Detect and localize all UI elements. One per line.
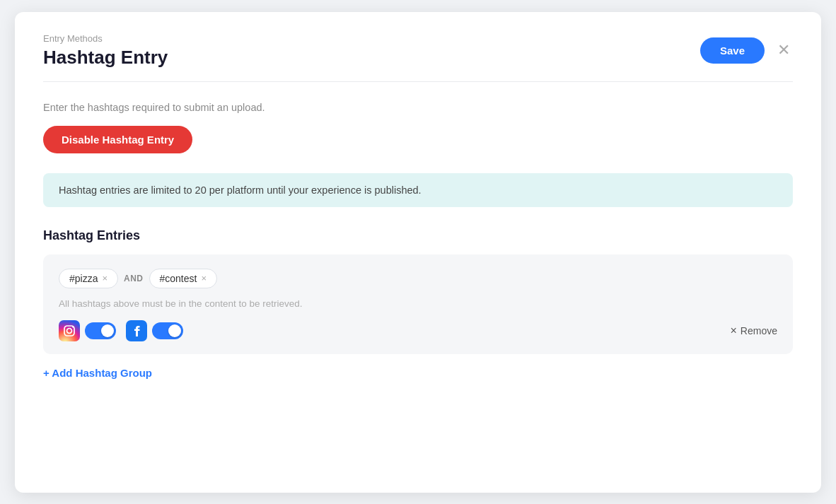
modal-container: Entry Methods Hashtag Entry Save ✕ Enter… xyxy=(15,12,821,493)
svg-rect-0 xyxy=(59,320,80,341)
header-actions: Save ✕ xyxy=(700,37,793,64)
disable-hashtag-entry-button[interactable]: Disable Hashtag Entry xyxy=(43,126,192,153)
add-hashtag-group-button[interactable]: + Add Hashtag Group xyxy=(43,367,152,379)
close-button[interactable]: ✕ xyxy=(774,41,793,59)
instagram-icon xyxy=(59,320,80,341)
remove-tag-contest-icon[interactable]: × xyxy=(201,273,207,283)
hashtag-hint: All hashtags above must be in the conten… xyxy=(59,298,777,309)
section-title: Hashtag Entries xyxy=(43,228,793,243)
hashtag-tags-row: #pizza × AND #contest × xyxy=(59,269,777,288)
and-label: AND xyxy=(124,274,143,283)
subtitle-text: Enter the hashtags required to submit an… xyxy=(43,102,793,113)
platforms-row: × Remove xyxy=(59,320,777,341)
platform-facebook xyxy=(126,320,183,341)
remove-label: Remove xyxy=(741,325,777,336)
breadcrumb: Entry Methods xyxy=(43,33,168,44)
modal-header: Entry Methods Hashtag Entry Save ✕ xyxy=(43,33,793,82)
instagram-toggle[interactable] xyxy=(85,322,116,339)
hashtag-tag-contest[interactable]: #contest × xyxy=(149,269,218,288)
title-group: Entry Methods Hashtag Entry xyxy=(43,33,168,69)
remove-x-icon: × xyxy=(731,324,737,337)
tag-label: #contest xyxy=(160,273,197,284)
facebook-icon xyxy=(126,320,147,341)
hashtag-group-card: #pizza × AND #contest × All hashtags abo… xyxy=(43,254,793,354)
info-banner: Hashtag entries are limited to 20 per pl… xyxy=(43,173,793,207)
remove-tag-pizza-icon[interactable]: × xyxy=(102,273,108,283)
svg-point-3 xyxy=(72,326,74,327)
page-title: Hashtag Entry xyxy=(43,47,168,69)
remove-group-button[interactable]: × Remove xyxy=(731,324,777,337)
platform-instagram xyxy=(59,320,116,341)
facebook-toggle[interactable] xyxy=(152,322,183,339)
hashtag-tag-pizza[interactable]: #pizza × xyxy=(59,269,118,288)
tag-label: #pizza xyxy=(69,273,98,284)
save-button[interactable]: Save xyxy=(700,37,765,64)
